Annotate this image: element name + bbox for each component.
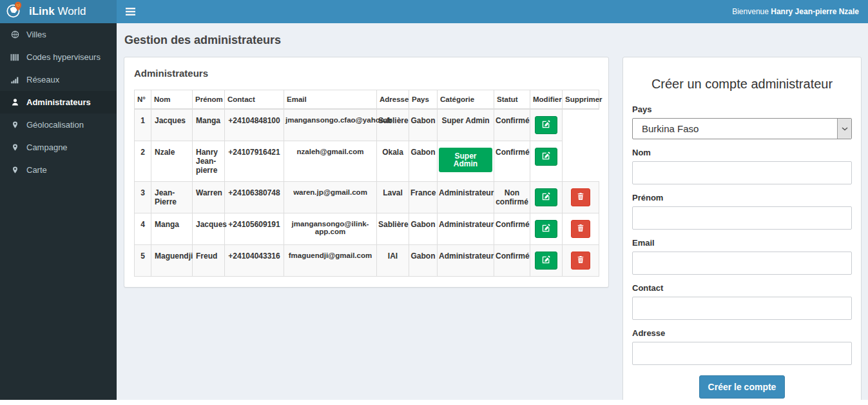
cell-modifier [530, 213, 563, 245]
map-marker-icon [10, 166, 19, 174]
cell-modifier [530, 245, 563, 277]
adresse-label: Adresse [632, 328, 852, 338]
barcode-icon [10, 54, 19, 61]
email-field[interactable] [632, 252, 852, 275]
email-label: Email [632, 238, 852, 248]
table-row: 5MaguendjiFreud+24104043316fmaguendji@gm… [135, 245, 599, 277]
sidebar-item-label: Administrateurs [26, 97, 91, 107]
form-group-email: Email [632, 238, 852, 275]
column-header: Catégorie [438, 90, 494, 110]
pays-label: Pays [632, 104, 852, 114]
sidebar-item-codes-hyperviseurs[interactable]: Codes hyperviseurs [0, 46, 117, 68]
form-group-contact: Contact [632, 283, 852, 320]
sidebar-item-campagne[interactable]: Campagne [0, 136, 117, 159]
cell-statut: Non confirmé [494, 182, 530, 213]
cell-supprimer [563, 245, 599, 277]
cell-nom: Nzale [151, 141, 193, 182]
cell-statut: Confirmé [494, 213, 530, 245]
contact-field[interactable] [632, 297, 852, 320]
sidebar-item-label: Villes [26, 30, 46, 39]
column-header: Email [284, 90, 377, 110]
sidebar-toggle-button[interactable] [124, 5, 137, 18]
main-content: Gestion des administrateurs Administrate… [117, 23, 868, 400]
trash-icon [577, 255, 584, 266]
delete-button[interactable] [571, 252, 590, 270]
cell-pays: Gabon [409, 141, 438, 182]
brand-text: iLink World [29, 5, 86, 18]
cell-num: 3 [135, 182, 151, 213]
cell-supprimer [563, 182, 599, 213]
page-footer [0, 400, 868, 405]
prenom-label: Prénom [632, 193, 852, 202]
create-account-button[interactable]: Créer le compte [699, 375, 786, 399]
form-group-nom: Nom [632, 148, 852, 184]
cell-contact: +24104848100 [225, 109, 284, 141]
sidebar: VillesCodes hyperviseursRéseauxAdministr… [0, 23, 117, 400]
table-row: 3Jean-PierreWarren+24106380748waren.jp@g… [135, 182, 599, 213]
sidebar-item-villes[interactable]: Villes [0, 23, 117, 46]
edit-button[interactable] [535, 116, 557, 134]
cell-contact: +24106380748 [225, 182, 284, 213]
cell-categorie: Administrateur [438, 213, 494, 245]
brand-logo[interactable]: $ iLink World [0, 0, 117, 23]
super-admin-badge[interactable]: Super Admin [439, 148, 492, 172]
navbar: Bienvenue Hanry Jean-pierre Nzale [117, 0, 868, 23]
cell-statut: Confirmé [494, 109, 530, 141]
cell-nom: Manga [151, 213, 193, 245]
edit-button[interactable] [535, 220, 557, 238]
column-header: Supprimer [563, 90, 599, 110]
cell-adresse: Okala [377, 141, 409, 182]
edit-button[interactable] [535, 252, 557, 270]
form-group-pays: PaysBurkina Faso [632, 104, 852, 139]
sidebar-item-label: Carte [26, 165, 47, 175]
cell-nom: Jacques [151, 109, 193, 141]
administrators-table: N°NomPrénomContactEmailAdressePaysCatégo… [134, 90, 599, 277]
create-admin-panel: Créer un compte administrateur PaysBurki… [622, 57, 862, 405]
nom-field[interactable] [632, 161, 852, 184]
administrators-panel-title: Administrateurs [134, 68, 599, 79]
cell-categorie: Super Admin [438, 109, 494, 141]
cell-email: fmaguendji@gmail.com [284, 245, 377, 277]
edit-button[interactable] [535, 148, 557, 166]
cell-num: 4 [135, 213, 151, 245]
administrators-panel: Administrateurs N°NomPrénomContactEmailA… [124, 57, 609, 288]
cell-prenom: Warren [193, 182, 225, 213]
sidebar-item-reseaux[interactable]: Réseaux [0, 68, 117, 91]
delete-button[interactable] [571, 188, 590, 206]
sidebar-item-label: Campagne [26, 143, 68, 152]
cell-supprimer-empty [563, 109, 599, 141]
cell-contact: +24105609191 [225, 213, 284, 245]
delete-button[interactable] [571, 220, 590, 238]
prenom-field[interactable] [632, 206, 852, 230]
cell-email: jmangansongo@ilink-app.com [284, 213, 377, 245]
table-row: 2NzaleHanry Jean-pierre+24107916421nzale… [135, 141, 599, 182]
cell-nom: Jean-Pierre [151, 182, 193, 213]
sidebar-item-geolocalisation[interactable]: Géolocalisation [0, 114, 117, 136]
cell-adresse: Sablière [377, 213, 409, 245]
adresse-field[interactable] [632, 342, 852, 365]
cell-pays: Gabon [409, 109, 438, 141]
cell-categorie: Administrateur [438, 245, 494, 277]
form-group-adresse: Adresse [632, 328, 852, 365]
sidebar-item-label: Géolocalisation [26, 120, 84, 130]
cell-num: 1 [135, 109, 151, 141]
map-marker-icon [10, 143, 19, 152]
column-header: Pays [409, 90, 438, 110]
edit-button[interactable] [535, 188, 557, 206]
trash-icon [577, 224, 584, 234]
cell-pays: France [409, 182, 438, 213]
cell-contact: +24104043316 [225, 245, 284, 277]
sidebar-item-carte[interactable]: Carte [0, 159, 117, 181]
sidebar-item-label: Réseaux [26, 75, 59, 84]
cell-prenom: Hanry Jean-pierre [193, 141, 225, 182]
cell-statut: Confirmé [494, 245, 530, 277]
edit-icon [542, 120, 550, 130]
sidebar-item-label: Codes hyperviseurs [26, 52, 101, 62]
edit-icon [542, 192, 550, 202]
trash-icon [577, 192, 584, 202]
edit-icon [542, 255, 550, 266]
cell-statut: Confirmé [494, 141, 530, 182]
cell-adresse: Sablière [377, 109, 409, 141]
sidebar-item-administrateurs[interactable]: Administrateurs [0, 91, 117, 114]
pays-select[interactable]: Burkina Faso [632, 118, 852, 139]
